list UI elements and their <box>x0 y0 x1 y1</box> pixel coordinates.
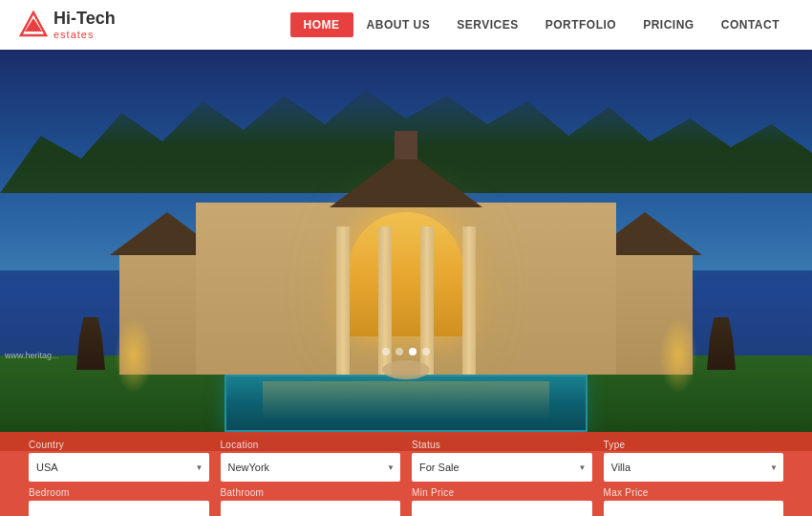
chimney <box>395 131 417 160</box>
nav-item-contact[interactable]: CONTACT <box>708 12 793 37</box>
location-label: Location <box>221 440 401 450</box>
bathroom-input[interactable] <box>221 501 401 516</box>
logo-icon <box>19 11 48 39</box>
glow-right <box>659 317 697 394</box>
outdoor-table <box>382 360 430 379</box>
bedroom-label: Bedroom <box>29 487 209 498</box>
nav-item-pricing[interactable]: PRICING <box>630 12 708 37</box>
type-select-wrapper: Villa Apartment House Condo ▼ <box>604 453 784 482</box>
nav-item-home[interactable]: HOME <box>290 12 353 37</box>
search-row-1: Country USA UK Canada ▼ Location NewYork… <box>29 440 783 482</box>
column-4 <box>462 226 476 375</box>
location-field: Location NewYork Los Angeles Chicago ▼ <box>221 440 401 482</box>
column-1 <box>336 226 350 375</box>
nav-item-portfolio[interactable]: PORTFOLIO <box>532 12 630 37</box>
type-label: Type <box>604 440 784 450</box>
search-row-2: Bedroom Bathroom Min Price Max Price <box>29 487 783 516</box>
max-price-input[interactable] <box>604 501 784 516</box>
pool <box>224 375 588 432</box>
logo-brand: Hi-Tech <box>53 10 116 29</box>
max-price-label: Max Price <box>604 487 784 498</box>
slide-dot-4[interactable] <box>422 348 430 355</box>
hero-background <box>0 50 812 451</box>
house <box>119 145 693 375</box>
watermark: www.heritag... <box>5 351 59 360</box>
location-select-wrapper: NewYork Los Angeles Chicago ▼ <box>221 453 401 482</box>
header: Hi-Tech estates HOME ABOUT US SERVICES P… <box>0 0 812 50</box>
vase-right <box>707 317 736 370</box>
glow-left <box>115 317 153 394</box>
type-field: Type Villa Apartment House Condo ▼ <box>604 440 784 482</box>
bedroom-field: Bedroom <box>29 487 209 516</box>
logo-tagline: estates <box>53 29 116 40</box>
location-select[interactable]: NewYork Los Angeles Chicago <box>221 453 401 482</box>
logo-text: Hi-Tech estates <box>53 10 116 40</box>
status-label: Status <box>412 440 592 450</box>
nav-item-services[interactable]: SERVICES <box>443 12 531 37</box>
hero-section: www.heritag... <box>0 50 812 451</box>
slide-dot-2[interactable] <box>395 348 403 355</box>
bathroom-field: Bathroom <box>221 487 401 516</box>
slide-dot-1[interactable] <box>382 348 390 355</box>
min-price-label: Min Price <box>412 487 592 498</box>
slide-dot-3[interactable] <box>409 348 417 355</box>
country-field: Country USA UK Canada ▼ <box>29 440 209 482</box>
bathroom-label: Bathroom <box>221 487 401 498</box>
slide-dots <box>382 348 430 355</box>
type-select[interactable]: Villa Apartment House Condo <box>604 453 784 482</box>
country-label: Country <box>29 440 209 450</box>
country-select[interactable]: USA UK Canada <box>29 453 209 482</box>
min-price-field: Min Price <box>412 487 592 516</box>
country-select-wrapper: USA UK Canada ▼ <box>29 453 209 482</box>
min-price-input[interactable] <box>412 501 592 516</box>
hero-scene <box>0 50 812 451</box>
status-field: Status For Sale For Rent Sold ▼ <box>412 440 592 482</box>
max-price-field: Max Price <box>604 487 784 516</box>
bedroom-input[interactable] <box>29 501 209 516</box>
search-bar: Country USA UK Canada ▼ Location NewYork… <box>0 432 812 516</box>
main-nav: HOME ABOUT US SERVICES PORTFOLIO PRICING… <box>290 12 793 37</box>
vase-left <box>76 317 105 370</box>
status-select[interactable]: For Sale For Rent Sold <box>412 453 592 482</box>
nav-item-about[interactable]: ABOUT US <box>353 12 444 37</box>
status-select-wrapper: For Sale For Rent Sold ▼ <box>412 453 592 482</box>
logo: Hi-Tech estates <box>19 10 116 40</box>
